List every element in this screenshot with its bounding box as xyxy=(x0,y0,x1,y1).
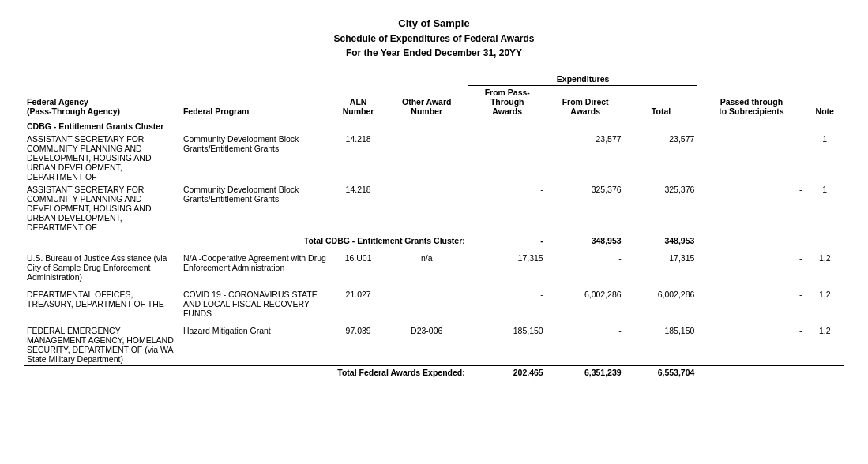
table-row: FEDERAL EMERGENCY MANAGEMENT AGENCY, HOM… xyxy=(24,324,844,366)
blank-header3 xyxy=(805,73,844,86)
col-header-agency: Federal Agency(Pass-Through Agency) xyxy=(24,85,180,118)
from-pass-cell: 185,150 xyxy=(468,324,547,366)
other-award-cell xyxy=(385,288,468,320)
grand-total-label: Total Federal Awards Expended: xyxy=(24,365,468,379)
table-row: ASSISTANT SECRETARY FOR COMMUNITY PLANNI… xyxy=(24,133,844,183)
program-cell: Community Development Block Grants/Entit… xyxy=(180,183,332,234)
from-direct-cell: - xyxy=(547,252,625,283)
total-cell: 23,577 xyxy=(625,133,698,183)
other-award-cell xyxy=(385,183,468,234)
title-line3: For the Year Ended December 31, 20YY xyxy=(24,46,844,60)
aln-cell: 97.039 xyxy=(332,324,385,366)
blank-header xyxy=(24,73,468,86)
aln-cell: 14.218 xyxy=(332,183,385,234)
grand-total-total: 6,553,704 xyxy=(625,365,698,379)
blank-header2 xyxy=(697,73,805,86)
grand-total-from-pass: 202,465 xyxy=(468,365,547,379)
total-cdbg-note-blank xyxy=(805,234,844,247)
table-row: DEPARTMENTAL OFFICES, TREASURY, DEPARTME… xyxy=(24,288,844,320)
agency-cell: ASSISTANT SECRETARY FOR COMMUNITY PLANNI… xyxy=(24,133,180,183)
total-cdbg-row: Total CDBG - Entitlement Grants Cluster:… xyxy=(24,234,844,247)
col-header-passed-through: Passed throughto Subrecipients xyxy=(697,85,805,118)
total-cdbg-passed-blank xyxy=(697,234,805,247)
passed-through-cell: - xyxy=(697,133,805,183)
agency-cell: ASSISTANT SECRETARY FOR COMMUNITY PLANNI… xyxy=(24,183,180,234)
col-header-program: Federal Program xyxy=(180,85,332,118)
total-cdbg-label: Total CDBG - Entitlement Grants Cluster: xyxy=(24,234,468,247)
col-header-other-award: Other Award Number xyxy=(385,85,468,118)
other-award-cell xyxy=(385,133,468,183)
passed-through-cell: - xyxy=(697,324,805,366)
passed-through-cell: - xyxy=(697,252,805,283)
col-header-total: Total xyxy=(625,85,698,118)
title-line2: Schedule of Expenditures of Federal Awar… xyxy=(24,32,844,46)
grand-total-note-blank xyxy=(805,365,844,379)
passed-through-cell: - xyxy=(697,183,805,234)
grand-total-passed-blank xyxy=(697,365,805,379)
total-cell: 185,150 xyxy=(625,324,698,366)
from-pass-cell: - xyxy=(468,288,547,320)
agency-cell: DEPARTMENTAL OFFICES, TREASURY, DEPARTME… xyxy=(24,288,180,320)
section1-label: CDBG - Entitlement Grants Cluster xyxy=(24,118,844,133)
program-cell: Hazard Mitigation Grant xyxy=(180,324,332,366)
aln-cell: 16.U01 xyxy=(332,252,385,283)
col-header-from-pass: From Pass-ThroughAwards xyxy=(468,85,547,118)
program-cell: COVID 19 - CORONAVIRUS STATE AND LOCAL F… xyxy=(180,288,332,320)
from-direct-cell: 23,577 xyxy=(547,133,625,183)
col-header-aln: ALNNumber xyxy=(332,85,385,118)
from-pass-cell: - xyxy=(468,183,547,234)
expenditures-group-header-row: Expenditures xyxy=(24,73,844,86)
table-row: U.S. Bureau of Justice Assistance (via C… xyxy=(24,252,844,283)
total-cdbg-from-pass: - xyxy=(468,234,547,247)
total-cell: 6,002,286 xyxy=(625,288,698,320)
aln-cell: 14.218 xyxy=(332,133,385,183)
note-cell: 1 xyxy=(805,133,844,183)
column-header-row: Federal Agency(Pass-Through Agency) Fede… xyxy=(24,85,844,118)
total-cdbg-total: 348,953 xyxy=(625,234,698,247)
total-cell: 17,315 xyxy=(625,252,698,283)
total-cell: 325,376 xyxy=(625,183,698,234)
report-title: City of Sample Schedule of Expenditures … xyxy=(24,16,844,60)
agency-cell: U.S. Bureau of Justice Assistance (via C… xyxy=(24,252,180,283)
note-cell: 1,2 xyxy=(805,288,844,320)
note-cell: 1,2 xyxy=(805,252,844,283)
title-line1: City of Sample xyxy=(24,16,844,32)
grand-total-row: Total Federal Awards Expended: 202,465 6… xyxy=(24,365,844,379)
grand-total-from-direct: 6,351,239 xyxy=(547,365,625,379)
table-row: ASSISTANT SECRETARY FOR COMMUNITY PLANNI… xyxy=(24,183,844,234)
other-award-cell: n/a xyxy=(385,252,468,283)
from-direct-cell: - xyxy=(547,324,625,366)
from-direct-cell: 325,376 xyxy=(547,183,625,234)
total-cdbg-from-direct: 348,953 xyxy=(547,234,625,247)
note-cell: 1,2 xyxy=(805,324,844,366)
expenditures-group-label: Expenditures xyxy=(468,73,698,86)
program-cell: N/A -Cooperative Agreement with Drug Enf… xyxy=(180,252,332,283)
agency-cell: FEDERAL EMERGENCY MANAGEMENT AGENCY, HOM… xyxy=(24,324,180,366)
other-award-cell: D23-006 xyxy=(385,324,468,366)
from-pass-cell: 17,315 xyxy=(468,252,547,283)
aln-cell: 21.027 xyxy=(332,288,385,320)
from-direct-cell: 6,002,286 xyxy=(547,288,625,320)
sefa-table: Expenditures Federal Agency(Pass-Through… xyxy=(24,73,844,379)
section1-header-row: CDBG - Entitlement Grants Cluster xyxy=(24,118,844,133)
program-cell: Community Development Block Grants/Entit… xyxy=(180,133,332,183)
from-pass-cell: - xyxy=(468,133,547,183)
passed-through-cell: - xyxy=(697,288,805,320)
note-cell: 1 xyxy=(805,183,844,234)
col-header-note: Note xyxy=(805,85,844,118)
col-header-from-direct: From DirectAwards xyxy=(547,85,625,118)
